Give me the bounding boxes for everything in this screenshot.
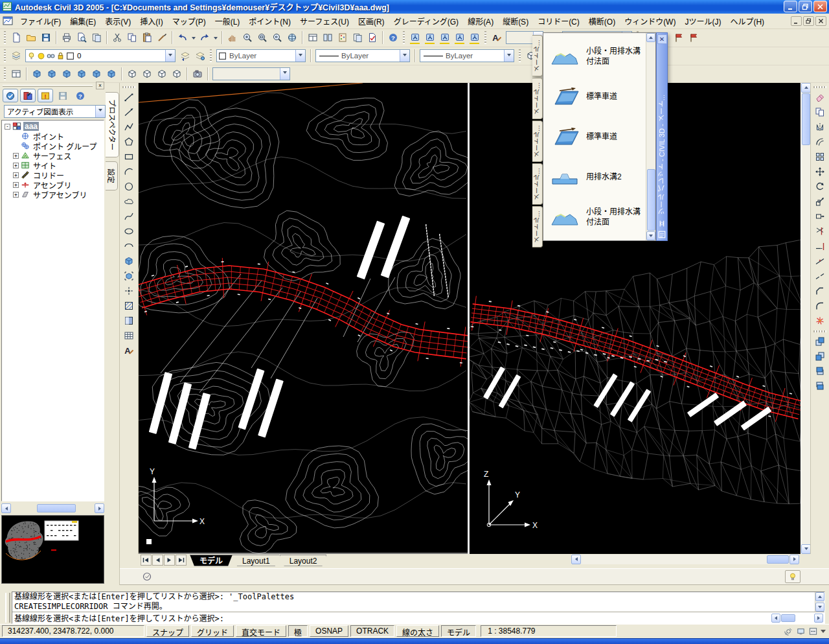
- menu-item-2[interactable]: 表示(V): [100, 14, 135, 29]
- next-tab-icon[interactable]: [164, 555, 175, 566]
- tree-item-label[interactable]: サブアセンブリ: [32, 189, 88, 200]
- menu-item-15[interactable]: Jツール(J): [680, 14, 725, 29]
- scroll-right-icon[interactable]: [789, 555, 799, 564]
- menu-item-9[interactable]: グレーディング(G): [389, 14, 464, 29]
- ellipse-arc-button[interactable]: [122, 239, 137, 254]
- palette-item-0[interactable]: 小段・用排水溝付法面: [550, 37, 646, 77]
- palette-item-1[interactable]: 標準車道: [550, 77, 646, 117]
- color-combo[interactable]: ByLayer: [216, 49, 306, 62]
- draw-order-send-to-back-button[interactable]: [813, 349, 828, 364]
- tab-prospector[interactable]: プロスペクター: [106, 92, 119, 157]
- ellipse-button[interactable]: [122, 224, 137, 239]
- paste-button[interactable]: [139, 30, 154, 45]
- redo-dropdown[interactable]: [212, 30, 219, 45]
- table-button[interactable]: [122, 328, 137, 343]
- layout-tab-layout1[interactable]: Layout1: [233, 555, 280, 566]
- cut-button[interactable]: [109, 30, 124, 45]
- tree-expand-icon[interactable]: +: [13, 153, 19, 159]
- zoom-previous-button[interactable]: [269, 30, 284, 45]
- mdi-restore-button[interactable]: [803, 16, 814, 26]
- open-button[interactable]: [23, 30, 38, 45]
- polygon-button[interactable]: [122, 135, 137, 150]
- mdi-minimize-button[interactable]: [791, 16, 802, 26]
- explode-button[interactable]: [813, 314, 828, 328]
- tree-item-2[interactable]: +サーフェス: [2, 151, 104, 161]
- linework-tool-4-button[interactable]: [686, 30, 701, 45]
- draw-order-send-under-button[interactable]: [813, 379, 828, 394]
- previous-tab-icon[interactable]: [152, 555, 163, 566]
- toggle-3[interactable]: 極: [288, 625, 308, 637]
- linetype-combo[interactable]: ByLayer: [315, 49, 410, 62]
- plan-viewport[interactable]: YX: [139, 83, 468, 554]
- menu-item-11[interactable]: 縦断(S): [498, 14, 533, 29]
- civil-tool-3-button[interactable]: [437, 30, 452, 45]
- toolspace-save-button[interactable]: [55, 89, 71, 102]
- hatch-button[interactable]: [122, 299, 137, 314]
- annotation-scale[interactable]: 1 : 38548.779: [481, 625, 617, 637]
- view-right-button[interactable]: [74, 66, 89, 81]
- vertical-scrollbar[interactable]: [801, 83, 810, 554]
- point-button[interactable]: [122, 284, 137, 299]
- layout-tab--[interactable]: モデル: [190, 555, 233, 566]
- toggle-0[interactable]: スナップ: [146, 625, 189, 637]
- palette-tab-0[interactable]: メートル…: [532, 35, 543, 76]
- toggle-5[interactable]: OTRACK: [350, 625, 394, 637]
- layer-combo[interactable]: 0: [25, 49, 176, 62]
- scroll-left-icon[interactable]: [1, 503, 11, 513]
- pan-realtime-button[interactable]: [225, 30, 240, 45]
- tree-item-6[interactable]: +サブアセンブリ: [2, 190, 104, 200]
- communication-center-icon[interactable]: [784, 627, 793, 636]
- palette-tab-4[interactable]: メートル…: [532, 206, 543, 247]
- first-tab-icon[interactable]: [141, 555, 152, 566]
- last-tab-icon[interactable]: [176, 555, 187, 566]
- toggle-1[interactable]: グリッド: [191, 625, 234, 637]
- scroll-left-icon[interactable]: [571, 555, 581, 564]
- properties-button[interactable]: [305, 30, 320, 45]
- zoom-window-button[interactable]: [255, 30, 269, 45]
- toolspace-help-button[interactable]: [73, 89, 88, 102]
- draw-order-bring-above-button[interactable]: [813, 364, 828, 379]
- print-preview-button[interactable]: [74, 30, 89, 45]
- palette-item-4[interactable]: 小段・用排水溝付法面: [550, 198, 646, 238]
- fillet-button[interactable]: [813, 299, 828, 314]
- palette-tab-1[interactable]: メートル…: [532, 78, 543, 119]
- palette-close-icon[interactable]: ✕: [657, 34, 667, 44]
- circle-button[interactable]: [122, 179, 137, 194]
- title-bar[interactable]: Autodesk Civil 3D 2005 - [C:¥Documents a…: [0, 0, 829, 14]
- scroll-right-icon[interactable]: [95, 503, 104, 513]
- command-window-grip[interactable]: [5, 593, 10, 623]
- scroll-up-icon[interactable]: [801, 83, 811, 93]
- layer-properties-manager-button[interactable]: [8, 49, 23, 63]
- move-button[interactable]: [813, 165, 828, 179]
- markup-set-manager-button[interactable]: [365, 30, 380, 45]
- view-back-button[interactable]: [104, 66, 119, 81]
- menu-item-8[interactable]: 区画(R): [354, 14, 389, 29]
- scrollbar-thumb[interactable]: [647, 169, 655, 231]
- view-top-button[interactable]: [29, 66, 44, 81]
- polyline-button[interactable]: [122, 120, 137, 135]
- palette-title-bar[interactable]: ✕ ツール パレット - CIVIL 3D - メート...: [656, 32, 668, 241]
- scroll-up-icon[interactable]: [646, 33, 655, 42]
- view-nw-isometric-button[interactable]: [169, 66, 184, 81]
- toggle-7[interactable]: モデル: [441, 625, 476, 637]
- arc-button[interactable]: [122, 165, 137, 179]
- item-preview-pane[interactable]: [1, 515, 104, 584]
- tree-root-label[interactable]: aaa: [23, 122, 39, 131]
- trim-button[interactable]: [813, 224, 828, 239]
- tree-expand-icon[interactable]: +: [13, 182, 19, 188]
- horizontal-scrollbar[interactable]: [571, 555, 799, 564]
- palette-item-3[interactable]: 用排水溝2: [550, 157, 646, 198]
- palette-properties-icon[interactable]: [657, 230, 666, 239]
- copy-to-clipboard-button[interactable]: [124, 30, 139, 45]
- multiline-text-button[interactable]: [122, 343, 137, 358]
- rotate-button[interactable]: [813, 179, 828, 194]
- tree-expand-icon[interactable]: +: [13, 172, 19, 178]
- spline-button[interactable]: [122, 209, 137, 224]
- command-horizontal-scrollbar[interactable]: [771, 614, 823, 623]
- array-button[interactable]: [813, 150, 828, 165]
- match-properties-button[interactable]: [154, 30, 169, 45]
- tool-palettes-button[interactable]: [335, 30, 350, 45]
- auto-hide-icon[interactable]: [657, 219, 666, 228]
- civil-tool-2-button[interactable]: [422, 30, 437, 45]
- palette-scrollbar[interactable]: [646, 33, 655, 240]
